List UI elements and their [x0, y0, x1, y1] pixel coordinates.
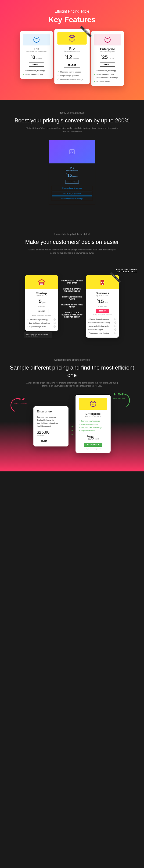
- wireframe-select-button: SELECT: [65, 180, 78, 184]
- wireframe-image-area: [49, 140, 95, 163]
- feature-item: ✓Clean and easy to use app: [94, 69, 121, 72]
- image-placeholder-icon: [69, 149, 75, 155]
- plan-icon-area: [79, 398, 107, 410]
- wireframe-feature: Neat dashboard with settings: [52, 196, 92, 201]
- hero-subtitle: Elfsight Pricing Table: [5, 9, 139, 13]
- arrow-icon: ➤: [71, 425, 73, 428]
- check-icon: ✓: [57, 74, 59, 77]
- info-icon[interactable]: i: [53, 326, 56, 328]
- section-eyebrow: Adjusting pricing options on the go: [5, 359, 139, 361]
- conversion-comparison: LOWCONVERSION HIGHCONVERSION Enterprise …: [5, 395, 139, 453]
- annotation: SHOWCASE THE OFFER VALUE: [60, 296, 84, 300]
- king-icon: [33, 36, 40, 43]
- svg-rect-14: [40, 284, 43, 285]
- king-icon: [104, 36, 111, 43]
- pricing-cards-row: Lite Individuals and small teams $0 / mo…: [5, 31, 139, 86]
- plan-unit-price: $1 per user: [25, 306, 58, 307]
- check-icon: ✓: [57, 71, 59, 73]
- select-button[interactable]: SELECT: [29, 62, 44, 67]
- plan-card-startup: Startup up to 5 USERS $5/ year $1 per us…: [25, 275, 58, 331]
- svg-point-2: [37, 40, 38, 40]
- svg-point-0: [34, 37, 39, 42]
- info-icon[interactable]: i: [114, 332, 116, 334]
- hero-section: Elfsight Pricing Table Key Features Lite…: [0, 0, 144, 100]
- section-eyebrow: Based on best practices: [7, 112, 137, 114]
- feature-item: Simple widget generator: [37, 418, 65, 422]
- feature-item: Helpful live support: [37, 425, 65, 428]
- section-boost: Based on best practices Boost your prici…: [0, 100, 144, 221]
- get-started-button[interactable]: GET STARTED: [84, 443, 103, 447]
- svg-point-6: [105, 37, 110, 42]
- info-icon[interactable]: i: [53, 318, 56, 320]
- plan-name: Lite: [23, 47, 50, 51]
- feature-item: • Neat dashboard with settingsi: [86, 321, 119, 324]
- info-icon[interactable]: i: [53, 322, 56, 324]
- svg-rect-16: [101, 281, 102, 281]
- section-description: A wide choice of options allows for crea…: [25, 381, 119, 388]
- plan-subtitle: Advanced companies: [94, 51, 121, 53]
- plan-price: $25.00: [37, 430, 65, 435]
- low-conversion-card: Enterprise Clean and easy to use app Sim…: [33, 406, 69, 446]
- wireframe-feature: Clean and easy to use app: [52, 186, 92, 190]
- svg-point-23: [94, 404, 94, 404]
- section-sample: Adjusting pricing options on the go Samp…: [0, 347, 144, 471]
- plan-price: $0 / month: [23, 54, 50, 60]
- select-button[interactable]: SELECT: [64, 63, 80, 68]
- svg-point-10: [71, 150, 72, 151]
- wireframe-mockup: Pro Growing Businesses $12/ month SELECT…: [49, 140, 95, 205]
- check-icon: ✓: [94, 80, 96, 82]
- plan-unit-price: $0.5 per user: [86, 306, 119, 307]
- feature-item: • Advanced widget generatori: [86, 324, 119, 328]
- feature-item: ✓Simple widget generator: [57, 74, 87, 78]
- svg-rect-17: [103, 281, 103, 281]
- check-icon: ✓: [23, 70, 25, 72]
- annotation: GIVE MORE INFO TO RAISE TRUST: [60, 304, 84, 308]
- king-icon: [68, 34, 76, 42]
- section-decision: Elements to help find the best deal Make…: [0, 221, 144, 264]
- plan-price: $15/ year: [86, 299, 119, 305]
- check-icon: ✓: [23, 73, 25, 75]
- annotation: ANSWER ALL THE QUESTIONS TO LEAVE NO ROO…: [60, 312, 84, 318]
- svg-rect-12: [40, 283, 43, 283]
- info-icon[interactable]: i: [114, 325, 116, 327]
- section-description: Set the elements with all the informatio…: [25, 248, 119, 255]
- feature-item: • Simple widget generatori: [25, 325, 58, 328]
- svg-point-3: [69, 35, 75, 41]
- price-period: per month: [37, 435, 65, 436]
- select-button[interactable]: SELECT: [37, 439, 51, 443]
- info-icon[interactable]: i: [114, 321, 116, 323]
- check-icon: ✓: [94, 77, 96, 79]
- feature-item: Neat dashboard with settings: [37, 422, 65, 425]
- low-conversion-label: LOWCONVERSION: [14, 397, 27, 404]
- plan-name: Business: [86, 291, 119, 295]
- feature-item: • Clean and easy to use appi: [86, 317, 119, 321]
- svg-point-5: [72, 38, 73, 39]
- high-conversion-label: HIGHCONVERSION: [112, 392, 125, 400]
- svg-point-22: [92, 404, 93, 404]
- section-description: Elfsight Pricing Table combines all the …: [25, 127, 119, 133]
- svg-point-4: [71, 38, 72, 39]
- building-icon: [99, 278, 106, 286]
- select-button[interactable]: SELECT: [35, 309, 48, 313]
- info-icon[interactable]: i: [114, 329, 116, 331]
- check-icon: ✓: [94, 73, 96, 75]
- select-button[interactable]: SELECT: [100, 62, 115, 67]
- svg-rect-13: [40, 283, 43, 284]
- wireframe-feature: Simple widget generator: [52, 191, 92, 196]
- plan-price: $25 / month: [94, 54, 121, 60]
- arrow-icon: ➤: [71, 433, 73, 435]
- plan-subtitle: Growing businesses: [57, 50, 87, 52]
- plan-price: $12 / month: [57, 54, 87, 61]
- section-eyebrow: Elements to help find the best deal: [7, 233, 137, 236]
- plan-card-pro: POPULAR Pro Growing businesses $12 / mon…: [54, 29, 90, 84]
- arrow-icon: ➤: [71, 429, 73, 432]
- wireframe-price: $12/ month: [52, 173, 92, 178]
- comparison-row: Startup up to 5 USERS $5/ year $1 per us…: [0, 275, 144, 347]
- plan-name: Pro: [57, 46, 87, 50]
- plan-name: Enterprise: [79, 412, 107, 415]
- select-button[interactable]: SELECT: [96, 309, 109, 313]
- info-icon[interactable]: i: [114, 318, 116, 320]
- plan-card-business: POPULAR Business up to 30 USERS $15/ yea…: [86, 275, 119, 338]
- garage-icon: [38, 278, 45, 286]
- svg-rect-19: [103, 282, 103, 283]
